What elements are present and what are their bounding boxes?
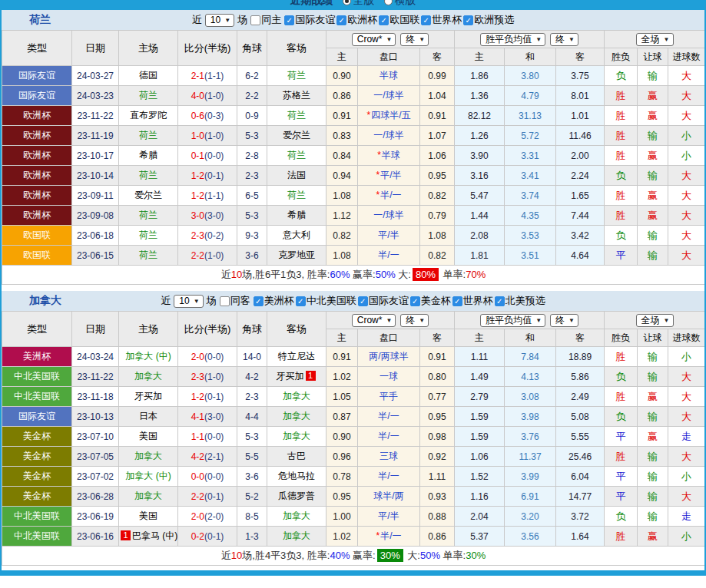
away-team[interactable]: 特立尼达 [267, 347, 326, 367]
away-team[interactable]: 古巴 [267, 447, 326, 467]
away-team[interactable]: 加拿大 [267, 507, 326, 527]
league-filter[interactable]: 欧洲预选 [463, 13, 514, 27]
league-checkbox[interactable] [495, 296, 505, 306]
summary-part: 10 [231, 550, 242, 561]
home-team[interactable]: 牙买加 [119, 387, 178, 407]
home-team[interactable]: 加拿大 (中) [119, 467, 178, 487]
home-team[interactable]: 希腊 [119, 146, 178, 166]
team-name: 加拿大 [283, 431, 310, 441]
home-team[interactable]: 1巴拿马 (中) [119, 527, 178, 547]
corners: 3-6 [237, 467, 267, 487]
avg-final-select[interactable]: 终▼ [550, 314, 578, 327]
odds-source-select[interactable]: Crow*▼ [352, 33, 396, 46]
home-team[interactable]: 美国 [119, 507, 178, 527]
home-team[interactable]: 日本 [119, 407, 178, 427]
radio-horizontal-version[interactable]: 横版 [384, 0, 416, 8]
away-team[interactable]: 荷兰 [267, 186, 326, 206]
away-team[interactable]: 加拿大 [267, 527, 326, 547]
away-odds: 0.77 [420, 387, 455, 407]
home-team[interactable]: 加拿大 [119, 447, 178, 467]
away-team[interactable]: 法国 [267, 166, 326, 186]
match-date: 23-11-22 [72, 106, 119, 126]
avg-win-odds: 1.59 [455, 427, 505, 447]
same-venue-checkbox[interactable] [250, 15, 260, 25]
league-checkbox[interactable] [452, 296, 462, 306]
league-filter[interactable]: 北美预选 [495, 294, 545, 308]
away-team[interactable]: 牙买加1 [267, 367, 326, 387]
away-team[interactable]: 爱尔兰 [267, 126, 326, 146]
avg-type-select[interactable]: 胜平负均值▼ [480, 314, 545, 327]
league-filter[interactable]: 中北美国联 [296, 294, 356, 308]
scope-select[interactable]: 全场▼ [636, 314, 674, 327]
home-team[interactable]: 加拿大 [119, 487, 178, 507]
away-team[interactable]: 危地马拉 [267, 467, 326, 487]
league-checkbox[interactable] [463, 15, 473, 25]
avg-type-select[interactable]: 胜平负均值▼ [480, 33, 545, 46]
away-team[interactable]: 荷兰 [267, 106, 326, 126]
team-name: 加拿大 [283, 391, 310, 401]
away-team[interactable]: 意大利 [267, 226, 326, 246]
subcol-result: 胜负 [605, 329, 638, 347]
league-filter[interactable]: 欧洲杯 [336, 13, 377, 27]
same-venue-checkbox[interactable] [220, 296, 230, 306]
odds-final-select[interactable]: 终▼ [400, 33, 429, 46]
away-team[interactable]: 苏格兰 [267, 86, 326, 106]
home-team[interactable]: 荷兰 [119, 86, 178, 106]
league-badge: 欧洲杯 [2, 146, 72, 166]
league-filter[interactable]: 世界杯 [421, 13, 462, 27]
recent-count-select[interactable]: 10▼ [174, 295, 203, 308]
league-checkbox[interactable] [379, 15, 389, 25]
home-team[interactable]: 荷兰 [119, 126, 178, 146]
away-team[interactable]: 瓜德罗普 [267, 487, 326, 507]
same-venue-filter[interactable]: 同主 [250, 13, 281, 27]
league-filter[interactable]: 美金杯 [410, 294, 451, 308]
home-team[interactable]: 爱尔兰 [119, 186, 178, 206]
league-filter[interactable]: 国际友谊 [358, 294, 409, 308]
recent-count-select[interactable]: 10▼ [205, 14, 234, 27]
league-checkbox[interactable] [421, 15, 431, 25]
league-checkbox[interactable] [284, 15, 294, 25]
odds-final-select[interactable]: 终▼ [400, 314, 429, 327]
away-team[interactable]: 荷兰 [267, 66, 326, 86]
home-odds: 1.08 [326, 186, 358, 206]
home-team[interactable]: 荷兰 [119, 226, 178, 246]
away-team[interactable]: 加拿大 [267, 427, 326, 447]
handicap-result: 输 [638, 467, 668, 487]
handicap-result: 输 [638, 166, 668, 186]
match-date: 23-07-05 [72, 447, 119, 467]
corners: 2-8 [237, 146, 267, 166]
home-team[interactable]: 荷兰 [119, 166, 178, 186]
home-team[interactable]: 荷兰 [119, 246, 178, 266]
league-checkbox[interactable] [358, 296, 368, 306]
league-filter[interactable]: 世界杯 [452, 294, 493, 308]
league-checkbox[interactable] [410, 296, 420, 306]
league-filter[interactable]: 美洲杯 [254, 294, 294, 308]
league-checkbox[interactable] [296, 296, 306, 306]
away-team[interactable]: 克罗地亚 [267, 246, 326, 266]
league-filter[interactable]: 国际友谊 [284, 13, 335, 27]
home-team[interactable]: 荷兰 [119, 206, 178, 226]
handicap-result: 赢 [638, 146, 668, 166]
league-checkbox[interactable] [336, 15, 346, 25]
league-filter[interactable]: 欧国联 [379, 13, 419, 27]
home-team[interactable]: 加拿大 [119, 367, 178, 387]
radio-full-version[interactable]: 全版 [343, 0, 375, 8]
away-odds: 0.86 [420, 527, 455, 547]
home-team[interactable]: 美国 [119, 427, 178, 447]
away-team[interactable]: 加拿大 [267, 387, 326, 407]
away-team[interactable]: 加拿大 [267, 407, 326, 427]
same-venue-filter[interactable]: 同客 [220, 294, 250, 308]
away-team[interactable]: 荷兰 [267, 146, 326, 166]
league-checkbox[interactable] [254, 296, 264, 306]
home-team[interactable]: 加拿大 (中) [119, 347, 178, 367]
scope-select[interactable]: 全场▼ [636, 33, 674, 46]
team-name: 瓜德罗普 [278, 491, 315, 501]
home-team[interactable]: 德国 [119, 66, 178, 86]
league-badge: 欧国联 [2, 226, 72, 246]
odds-source-select[interactable]: Crow*▼ [352, 314, 396, 327]
score: 2-0(0-0) [178, 347, 237, 367]
away-team[interactable]: 希腊 [267, 206, 326, 226]
home-team[interactable]: 直布罗陀 [119, 106, 178, 126]
avg-final-select[interactable]: 终▼ [550, 33, 578, 46]
result-wdl: 胜 [605, 527, 638, 547]
